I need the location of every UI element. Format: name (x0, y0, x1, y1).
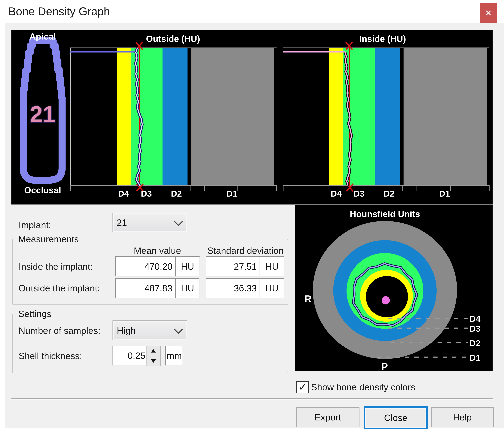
shell-thickness-unit: mm (165, 346, 183, 365)
density-graphs-canvas: 21 (11, 30, 493, 204)
show-colors-checkbox-label: Show bone density colors (311, 382, 415, 392)
outside-graph (71, 42, 277, 191)
spinner-down-icon (151, 359, 156, 363)
outside-mean-field: 487.83 (115, 278, 176, 298)
occlusal-label: Occlusal (23, 185, 63, 195)
shell-thickness-label: Shell thickness: (18, 351, 82, 361)
shell-spinner-up-button[interactable] (146, 346, 161, 356)
samples-label: Number of samples: (18, 325, 100, 336)
check-icon: ✓ (298, 381, 307, 393)
close-button[interactable]: × (480, 3, 497, 23)
settings-group-title: Settings (16, 309, 54, 319)
shell-thickness-input[interactable]: 0.25 (113, 346, 149, 365)
hounsfield-canvas (295, 205, 493, 371)
hounsfield-title: Hounsfield Units (338, 209, 432, 219)
polar-zone-label-d3: D3 (469, 324, 491, 334)
outside-graph-title: Outside (HU) (127, 34, 219, 44)
inside-mean-field: 470.20 (115, 256, 176, 277)
outside-zone-label-d2: D2 (166, 189, 187, 199)
samples-combobox[interactable]: High (113, 320, 187, 340)
chevron-down-icon (174, 217, 183, 226)
outside-mean-unit: HU (175, 278, 200, 298)
inside-zone-label-d3: D3 (348, 189, 370, 199)
outside-std-field: 36.33 (206, 278, 260, 298)
implant-combobox-value: 21 (117, 217, 127, 228)
measurements-group-title: Measurements (16, 234, 81, 244)
polar-zone-label-d4: D4 (469, 314, 491, 324)
outside-zone-label-d4: D4 (113, 189, 134, 199)
implant-number: 21 (30, 101, 55, 127)
polar-zone-label-d2: D2 (469, 338, 491, 348)
inside-zone-label-d1: D1 (434, 189, 455, 199)
outside-zone-label-d1: D1 (221, 189, 243, 199)
close-dialog-button[interactable]: Close (364, 406, 428, 429)
inside-zone-label-d2: D2 (378, 189, 400, 199)
outside-std-unit: HU (260, 278, 284, 298)
outside-zone-label-d3: D3 (136, 189, 157, 199)
implant-combobox[interactable]: 21 (113, 213, 187, 232)
dialog-title: Bone Density Graph (8, 0, 110, 23)
help-button[interactable]: Help (431, 407, 494, 427)
show-colors-checkbox[interactable]: ✓ (296, 381, 309, 393)
bone-density-graph-dialog: Bone Density Graph × 21 Apical Occlusal … (0, 0, 504, 436)
export-button[interactable]: Export (296, 407, 360, 427)
implant-label: Implant: (18, 220, 51, 230)
std-deviation-header: Standard deviation (204, 245, 287, 256)
shell-spinner-down-button[interactable] (146, 356, 161, 366)
inside-mean-unit: HU (175, 256, 200, 277)
samples-combobox-value: High (117, 325, 135, 336)
polar-zone-label-d1: D1 (469, 353, 491, 362)
title-bar: Bone Density Graph × (0, 0, 504, 23)
mean-value-header: Mean value (115, 245, 200, 256)
inside-graph-title: Inside (HU) (337, 34, 428, 44)
spinner-up-icon (151, 349, 156, 353)
apical-label: Apical (23, 31, 63, 42)
inside-std-field: 27.51 (206, 256, 260, 277)
inside-zone-label-d4: D4 (325, 189, 347, 199)
inside-std-unit: HU (260, 256, 284, 277)
polar-right-label: R (303, 293, 313, 305)
chevron-down-icon (174, 325, 183, 334)
polar-posterior-label: P (379, 361, 390, 372)
close-icon: × (485, 7, 492, 19)
implant-glyph: 21 (23, 41, 62, 180)
hounsfield-polar-diagram (313, 221, 468, 359)
outside-implant-label: Outside the implant: (18, 283, 100, 293)
separator (11, 398, 493, 399)
inside-implant-label: Inside the implant: (18, 261, 93, 272)
inside-graph (283, 42, 489, 191)
